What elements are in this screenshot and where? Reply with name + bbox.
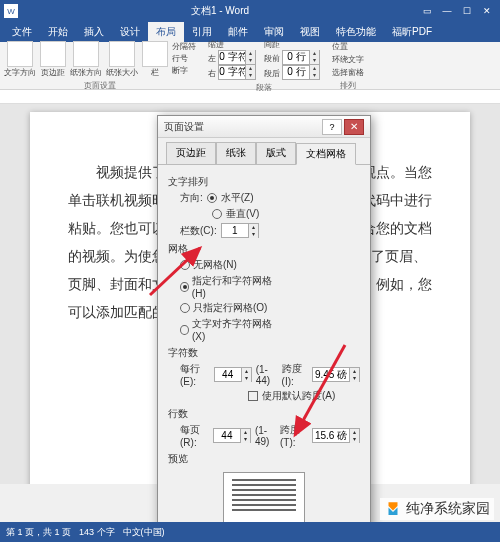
chars-per-line-spin[interactable]: ▴▾ — [214, 367, 252, 382]
group-page-setup: 文字方向 页边距 纸张方向 纸张大小 栏 分隔符 行号 断字 页面设置 — [4, 41, 196, 91]
indent-right-input[interactable]: ▴▾ — [218, 65, 256, 80]
close-window-button[interactable]: ✕ — [478, 3, 496, 19]
ribbon-options-icon[interactable]: ▭ — [418, 3, 436, 19]
lines-per-page-spin[interactable]: ▴▾ — [213, 428, 251, 443]
margins-button[interactable] — [40, 41, 66, 67]
radio-char-align[interactable]: 文字对齐字符网格(X) — [180, 317, 272, 342]
dialog-titlebar[interactable]: 页面设置 ? ✕ — [158, 116, 370, 138]
watermark-icon — [384, 500, 402, 518]
columns-spin[interactable]: ▴▾ — [221, 223, 259, 238]
dialog-body: 文字排列 方向: 水平(Z) 垂直(V) 栏数(C): ▴▾ 网格 无网格(N)… — [158, 164, 370, 542]
status-language[interactable]: 中文(中国) — [123, 526, 165, 539]
radio-char-line-grid[interactable]: 指定行和字符网格(H) — [180, 274, 272, 299]
preview-section: 预览 — [168, 452, 360, 466]
tab-file[interactable]: 文件 — [4, 22, 40, 42]
radio-line-grid[interactable]: 只指定行网格(O) — [180, 301, 272, 315]
dlg-tab-margins[interactable]: 页边距 — [166, 142, 216, 164]
tab-layout[interactable]: 布局 — [148, 22, 184, 42]
use-default-pitch-checkbox[interactable] — [248, 391, 258, 401]
position-button[interactable]: 位置 — [332, 41, 364, 52]
spacing-after-input[interactable]: ▴▾ — [282, 65, 320, 80]
group-paragraph: 缩进 左 ▴▾ 右 ▴▾ 间距 段前 ▴▾ 段后 ▴▾ 段落 — [208, 39, 320, 93]
breaks-button[interactable]: 分隔符 — [172, 41, 196, 52]
page-setup-dialog: 页面设置 ? ✕ 页边距 纸张 版式 文档网格 文字排列 方向: 水平(Z) 垂… — [157, 115, 371, 542]
columns-button[interactable] — [142, 41, 168, 67]
radio-horizontal[interactable] — [207, 193, 217, 203]
text-direction-button[interactable] — [7, 41, 33, 67]
watermark-text: 纯净系统家园 — [406, 500, 490, 518]
status-page[interactable]: 第 1 页，共 1 页 — [6, 526, 71, 539]
dialog-tabs: 页边距 纸张 版式 文档网格 — [158, 138, 370, 164]
lines-section: 行数 — [168, 407, 360, 421]
chars-section: 字符数 — [168, 346, 360, 360]
dialog-close-button[interactable]: ✕ — [344, 119, 364, 135]
tab-special[interactable]: 特色功能 — [328, 22, 384, 42]
word-icon: W — [4, 4, 18, 18]
char-pitch-spin[interactable]: ▴▾ — [312, 367, 360, 382]
indent-left-input[interactable]: ▴▾ — [218, 50, 256, 65]
hyphenation-button[interactable]: 断字 — [172, 65, 196, 76]
tab-foxit[interactable]: 福昕PDF — [384, 22, 440, 42]
dlg-tab-grid[interactable]: 文档网格 — [296, 143, 356, 165]
grid-section: 网格 — [168, 242, 360, 256]
selection-pane-button[interactable]: 选择窗格 — [332, 67, 364, 78]
status-bar: 第 1 页，共 1 页 143 个字 中文(中国) — [0, 522, 500, 542]
group-arrange: 位置 环绕文字 选择窗格 排列 — [332, 41, 364, 91]
dialog-title: 页面设置 — [164, 120, 320, 134]
watermark: 纯净系统家园 — [380, 498, 494, 520]
ribbon-body: 文字方向 页边距 纸张方向 纸张大小 栏 分隔符 行号 断字 页面设置 缩进 左… — [0, 42, 500, 90]
document-title: 文档1 - Word — [22, 4, 418, 18]
wrap-text-button[interactable]: 环绕文字 — [332, 54, 364, 65]
status-words[interactable]: 143 个字 — [79, 526, 115, 539]
tab-design[interactable]: 设计 — [112, 22, 148, 42]
dialog-help-button[interactable]: ? — [322, 119, 342, 135]
radio-no-grid[interactable]: 无网格(N) — [180, 258, 272, 272]
dlg-tab-layout[interactable]: 版式 — [256, 142, 296, 164]
tab-home[interactable]: 开始 — [40, 22, 76, 42]
maximize-button[interactable]: ☐ — [458, 3, 476, 19]
orientation-button[interactable] — [73, 41, 99, 67]
spacing-before-input[interactable]: ▴▾ — [282, 50, 320, 65]
dlg-tab-paper[interactable]: 纸张 — [216, 142, 256, 164]
radio-vertical[interactable] — [212, 209, 222, 219]
tab-insert[interactable]: 插入 — [76, 22, 112, 42]
line-numbers-button[interactable]: 行号 — [172, 53, 196, 64]
size-button[interactable] — [109, 41, 135, 67]
line-pitch-spin[interactable]: ▴▾ — [312, 428, 360, 443]
text-direction-section: 文字排列 — [168, 175, 360, 189]
minimize-button[interactable]: — — [438, 3, 456, 19]
window-titlebar: W 文档1 - Word ▭ — ☐ ✕ — [0, 0, 500, 22]
